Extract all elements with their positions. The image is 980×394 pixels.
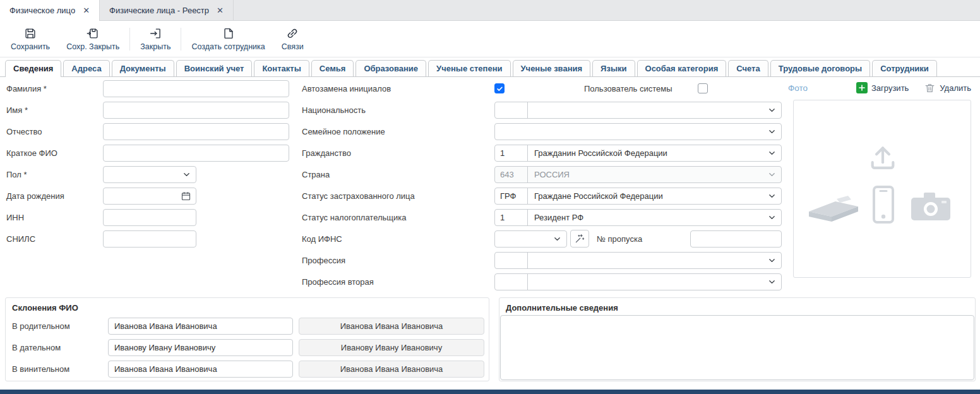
chain-link-icon [285, 27, 299, 40]
chevron-down-icon [553, 235, 561, 243]
tab-employees[interactable]: Сотрудники [872, 60, 937, 76]
window-tab-person[interactable]: Физическое лицо ✕ [0, 0, 100, 20]
insured-status-value: Граждане Российской Федерации [528, 191, 765, 201]
profession-label: Профессия [302, 256, 494, 265]
form-tab-bar: Сведения Адреса Документы Воинский учет … [0, 57, 980, 77]
save-button-label: Сохранить [11, 42, 50, 51]
patronymic-input[interactable] [103, 123, 289, 140]
surname-input[interactable] [103, 80, 289, 97]
tab-languages[interactable]: Языки [592, 60, 635, 76]
form-row: Национальность [302, 99, 782, 121]
create-employee-button[interactable]: Создать сотрудника [183, 24, 273, 54]
tab-info[interactable]: Сведения [5, 60, 61, 76]
profession2-code [495, 274, 528, 290]
name-input[interactable] [103, 102, 289, 119]
profession2-select[interactable] [494, 273, 782, 290]
nationality-label: Национальность [302, 105, 494, 115]
name-label: Имя * [6, 105, 103, 115]
tab-accounts[interactable]: Счета [728, 60, 768, 76]
smartphone-icon [872, 185, 895, 224]
autofill-wand-button[interactable] [570, 230, 589, 248]
photo-dropzone[interactable] [793, 100, 971, 278]
taxpayer-status-code: 1 [495, 210, 528, 225]
photo-delete-label: Удалить [940, 83, 971, 93]
form-row: Статус застрахованного лица ГРФ Граждане… [302, 185, 782, 206]
tab-military-registration[interactable]: Воинский учет [176, 60, 253, 76]
tab-education[interactable]: Образование [356, 60, 426, 76]
system-user-checkbox[interactable] [698, 83, 708, 93]
save-button[interactable]: Сохранить [3, 24, 58, 54]
genitive-suggestion-button[interactable]: Иванова Ивана Ивановича [299, 318, 484, 335]
tab-addresses[interactable]: Адреса [63, 60, 109, 76]
pass-number-input[interactable] [690, 230, 782, 248]
country-value: РОССИЯ [528, 170, 765, 179]
surname-label: Фамилия * [6, 84, 103, 93]
close-button[interactable]: Закрыть [132, 24, 179, 54]
tab-family[interactable]: Семья [311, 60, 354, 76]
nationality-code [495, 102, 528, 118]
chevron-down-icon [768, 192, 776, 200]
birthdate-input[interactable] [103, 188, 196, 205]
gender-select[interactable] [103, 166, 196, 183]
marital-status-label: Семейное положение [302, 127, 494, 136]
birthdate-label: Дата рождения [6, 191, 103, 201]
form-row: Гражданство 1 Гражданин Российской Федер… [302, 142, 782, 164]
short-fio-input[interactable] [103, 145, 289, 162]
photo-delete-button[interactable]: Удалить [924, 82, 971, 94]
profession-select[interactable] [494, 252, 782, 269]
tab-special-category[interactable]: Особая категория [637, 60, 727, 76]
tab-labor-contracts[interactable]: Трудовые договоры [770, 60, 870, 76]
save-close-button-label: Сохр. Закрыть [66, 42, 119, 51]
ifns-code-select[interactable] [494, 230, 567, 248]
country-select[interactable]: 643 РОССИЯ [494, 166, 782, 183]
form-row: Имя * [6, 99, 292, 121]
country-code: 643 [495, 167, 528, 182]
window-tab-bar: Физическое лицо ✕ Физические лица - Реес… [0, 0, 980, 21]
autoreplace-initials-checkbox[interactable] [494, 83, 505, 93]
close-tab-icon[interactable]: ✕ [217, 6, 224, 15]
profession2-label: Профессия вторая [302, 277, 494, 287]
tab-documents[interactable]: Документы [112, 60, 174, 76]
marital-status-select[interactable] [494, 123, 782, 140]
form-row: Семейное положение [302, 121, 782, 142]
chevron-down-icon [768, 256, 776, 265]
snils-input[interactable] [103, 230, 196, 248]
chevron-down-icon [768, 106, 776, 114]
genitive-input[interactable] [108, 318, 293, 335]
status-data-column: Автозамена инициалов Пользователь систем… [302, 78, 782, 292]
accusative-label: В винительном [12, 364, 108, 374]
close-tab-icon[interactable]: ✕ [83, 6, 90, 15]
insured-status-select[interactable]: ГРФ Граждане Российской Федерации [494, 188, 782, 205]
save-close-button[interactable]: Сохр. Закрыть [58, 24, 128, 54]
country-label: Страна [302, 170, 494, 179]
photo-section-title: Фото [788, 83, 808, 93]
chevron-down-icon [768, 213, 776, 222]
declension-row: В дательном Иванову Ивану Ивановичу [6, 337, 489, 358]
inn-label: ИНН [6, 213, 103, 222]
toolbar-separator [181, 28, 181, 51]
tab-contacts[interactable]: Контакты [254, 60, 309, 76]
additional-info-textarea[interactable] [500, 315, 974, 380]
tab-academic-degrees[interactable]: Ученые степени [428, 60, 510, 76]
citizenship-label: Гражданство [302, 148, 494, 158]
photo-upload-button[interactable]: Загрузить [856, 82, 909, 93]
dative-suggestion-button[interactable]: Иванову Ивану Ивановичу [299, 339, 484, 356]
dative-input[interactable] [108, 339, 293, 356]
snils-label: СНИЛС [6, 234, 103, 244]
camera-icon [910, 190, 952, 223]
additional-info-panel: Дополнительные сведения [499, 297, 976, 381]
nationality-select[interactable] [494, 102, 782, 119]
tab-academic-titles[interactable]: Ученые звания [513, 60, 591, 76]
calendar-icon[interactable] [181, 191, 191, 201]
window-tab-person-registry[interactable]: Физические лица - Реестр ✕ [100, 0, 234, 20]
declension-row: В родительном Иванова Ивана Ивановича [6, 315, 489, 337]
links-button[interactable]: Связи [273, 24, 312, 54]
inn-input[interactable] [103, 209, 196, 226]
accusative-suggestion-button[interactable]: Иванова Ивана Ивановича [299, 361, 484, 378]
genitive-label: В родительном [12, 321, 108, 331]
accusative-input[interactable] [108, 361, 293, 378]
taxpayer-status-select[interactable]: 1 Резидент РФ [494, 209, 782, 226]
close-exit-icon [148, 27, 162, 40]
citizenship-code: 1 [495, 145, 528, 161]
citizenship-select[interactable]: 1 Гражданин Российской Федерации [494, 145, 782, 162]
